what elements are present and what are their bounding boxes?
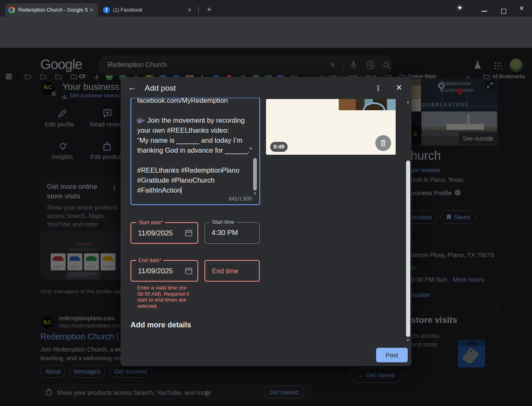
dialog-scroll-up-icon[interactable]: ▲: [406, 100, 410, 104]
delete-video-button[interactable]: [375, 135, 391, 151]
post-text-area[interactable]: facebook.com/MyRedemption Join the movem…: [131, 98, 260, 205]
add-post-dialog: ← Add post ••• ✕ facebook.com/MyRedempti…: [121, 77, 411, 366]
post-text-line: facebook.com/MyRedemption: [137, 98, 249, 105]
end-date-field[interactable]: End date* 11/09/2025: [131, 260, 198, 282]
trash-icon: [380, 140, 386, 146]
tab-google-search[interactable]: Redemption Church - Google S ✕: [5, 3, 98, 17]
post-text-line: #Gratitude #PlanoChurch: [137, 175, 249, 185]
tab-title: Redemption Church - Google S: [18, 7, 88, 13]
start-date-value: 11/09/2025: [138, 229, 173, 238]
browser-toolbar: ← → ↻ ⌂ https://www.google.com/search?q=…: [0, 17, 532, 35]
calendar-icon[interactable]: [185, 267, 192, 275]
dialog-menu-icon[interactable]: •••: [377, 85, 379, 91]
end-time-placeholder: End time: [212, 267, 238, 275]
post-button[interactable]: Post: [376, 348, 408, 362]
dialog-scroll-down-icon[interactable]: ▼: [406, 338, 410, 342]
back-arrow-icon[interactable]: ←: [128, 82, 137, 92]
tab-strip: Redemption Church - Google S ✕ f (1) Fac…: [0, 0, 532, 17]
new-tab-button[interactable]: +: [203, 4, 215, 15]
dialog-scrollbar-thumb[interactable]: [406, 161, 410, 337]
post-text-line: #REELthanks #RedemptionPlano: [137, 165, 249, 175]
add-more-details-heading: Add more details: [131, 321, 191, 329]
browser-window: Redemption Church - Google S ✕ f (1) Fac…: [0, 0, 532, 406]
movie-camera-emoji: [137, 118, 145, 123]
minimize-button[interactable]: [482, 11, 487, 12]
textarea-scrollbar-thumb[interactable]: [253, 158, 257, 191]
text-cursor: [181, 187, 182, 194]
dialog-title: Add post: [145, 84, 176, 93]
end-time-error-text: Enter a valid time (ex: 08:00 AM). Requi…: [137, 285, 192, 309]
start-time-value: 4:30 PM: [212, 229, 238, 237]
tab-title: (1) Facebook: [113, 7, 186, 13]
google-favicon: [8, 7, 15, 13]
dialog-scroll-area: facebook.com/MyRedemption Join the movem…: [121, 98, 406, 339]
dialog-close-icon[interactable]: ✕: [396, 83, 402, 92]
textarea-scroll-down-icon[interactable]: ▼: [253, 191, 257, 196]
video-thumbnail: [339, 99, 396, 110]
dialog-header: ← Add post ••• ✕: [121, 77, 411, 98]
sparkle-icon[interactable]: ✦: [457, 4, 463, 12]
tab-facebook[interactable]: f (1) Facebook ✕: [100, 3, 196, 17]
tab-close-icon[interactable]: ✕: [88, 7, 95, 13]
calendar-icon[interactable]: [185, 229, 192, 237]
start-date-label: Start date*: [136, 220, 165, 225]
end-time-field[interactable]: End time: [204, 260, 260, 282]
end-date-value: 11/09/2025: [138, 267, 173, 275]
start-date-field[interactable]: Start date* 11/09/2025: [131, 222, 198, 244]
post-text-line: thanking God in advance for ______.”: [137, 145, 249, 155]
bookmarks-bar: CF gloo S ψ 31 M ℄ f UI DW C ⌐ ✦ The 12 …: [0, 35, 532, 48]
tab-close-icon[interactable]: ✕: [186, 7, 193, 13]
start-time-label: Start time: [210, 219, 236, 225]
start-time-field[interactable]: Start time 4:30 PM: [204, 222, 260, 244]
dialog-footer: Post: [121, 345, 411, 366]
video-duration-badge: 0:49: [270, 142, 288, 152]
video-attachment-card: 0:49: [266, 99, 396, 155]
tab-separator: [198, 6, 199, 14]
maximize-button[interactable]: [501, 9, 506, 14]
end-date-label: End date*: [136, 257, 163, 263]
post-text-line: #FaithInAction: [137, 185, 249, 195]
post-text-line: “My name is ______ and today I’m: [137, 135, 249, 145]
close-window-button[interactable]: ✕: [519, 5, 524, 12]
post-text-line: Join the movement by recording: [137, 115, 249, 125]
facebook-favicon: f: [103, 7, 110, 13]
post-text-line: your own #REELthanks video:: [137, 125, 249, 135]
char-counter: 641/1,500: [229, 196, 252, 202]
